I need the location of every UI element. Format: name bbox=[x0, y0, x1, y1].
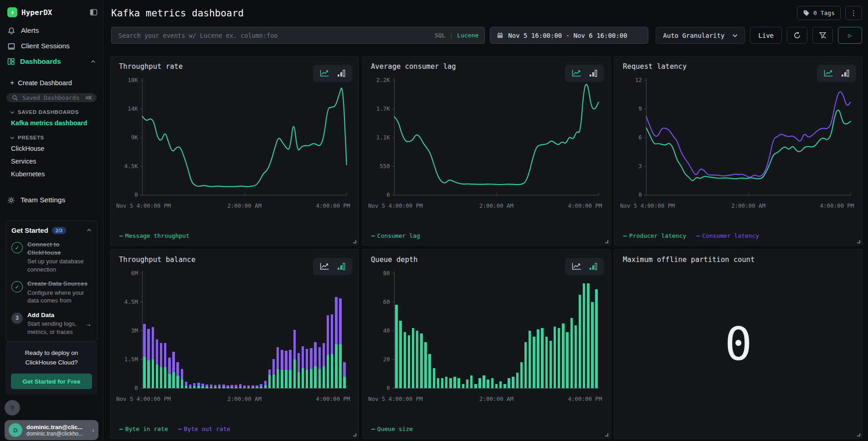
chart-legend: —Producer latency—Consumer latency bbox=[623, 232, 759, 239]
chart-title: Throughput balance bbox=[119, 256, 195, 264]
team-settings-label: Team Settings bbox=[21, 196, 65, 204]
saved-dashboards-search[interactable]: ⌘K bbox=[6, 93, 97, 102]
resize-handle[interactable] bbox=[857, 433, 860, 436]
svg-text:0: 0 bbox=[386, 385, 390, 391]
sidebar-item-alerts[interactable]: Alerts bbox=[0, 23, 103, 38]
get-started-step-3[interactable]: 3 Add Data Start sending logs, metrics, … bbox=[11, 311, 92, 336]
live-button[interactable]: Live bbox=[750, 27, 782, 44]
user-menu[interactable]: D dominic.tran@clic... dominic.tran@clic… bbox=[5, 420, 98, 440]
svg-text:3M: 3M bbox=[131, 327, 138, 334]
line-chart-icon[interactable] bbox=[571, 262, 581, 271]
step-desc: Set up your database connection bbox=[27, 257, 92, 273]
date-range-picker[interactable]: Nov 5 16:00:00 - Nov 6 16:00:00 bbox=[490, 27, 648, 44]
chart-title: Queue depth bbox=[371, 256, 418, 264]
sidebar-item-label: Dashboards bbox=[20, 57, 61, 66]
line-chart-icon[interactable] bbox=[319, 262, 329, 271]
event-search-input[interactable] bbox=[118, 31, 430, 40]
legend-item[interactable]: —Message throughput bbox=[119, 232, 190, 239]
legend-item[interactable]: —Consumer latency bbox=[696, 232, 759, 239]
line-chart-icon[interactable] bbox=[319, 69, 329, 77]
chart-title: Request latency bbox=[623, 62, 687, 71]
line-chart-icon[interactable] bbox=[571, 69, 581, 77]
chart-plot[interactable]: 806040200Nov 5 4:00:00 PM2:00:00 AM4:00:… bbox=[367, 268, 606, 412]
lucene-mode-toggle[interactable]: Lucene bbox=[457, 32, 478, 39]
bar-chart-icon[interactable] bbox=[337, 69, 346, 77]
sidebar-item-services[interactable]: Services bbox=[0, 155, 103, 168]
refresh-button[interactable] bbox=[787, 27, 807, 44]
svg-text:4:00:00 PM: 4:00:00 PM bbox=[568, 202, 602, 209]
more-menu-button[interactable]: ⋮ bbox=[845, 6, 862, 20]
sidebar-item-team-settings[interactable]: Team Settings bbox=[0, 191, 103, 209]
kebab-menu-icon: ⋮ bbox=[850, 9, 857, 17]
resize-handle[interactable] bbox=[605, 433, 608, 436]
chart-panel-max-offline-partition-count: Maximum offline partition count0 bbox=[614, 249, 863, 439]
chart-plot[interactable]: 18K14K9K4.5K0Nov 5 4:00:00 PM2:00:00 AM4… bbox=[115, 75, 354, 219]
svg-text:40: 40 bbox=[383, 327, 390, 334]
plus-icon: + bbox=[10, 79, 14, 87]
sidebar-item-clickhouse[interactable]: ClickHouse bbox=[0, 142, 103, 155]
bell-icon bbox=[7, 27, 15, 35]
resize-handle[interactable] bbox=[353, 433, 356, 436]
section-saved-dashboards[interactable]: SAVED DASHBOARDS bbox=[0, 104, 103, 117]
section-presets[interactable]: PRESETS bbox=[0, 129, 103, 142]
svg-text:14K: 14K bbox=[128, 105, 138, 112]
chart-title: Average consumer lag bbox=[371, 62, 456, 71]
step-title: Connect to ClickHouse bbox=[27, 241, 92, 256]
get-started-free-button[interactable]: Get Started for Free bbox=[11, 374, 92, 389]
legend-item[interactable]: —Byte in rate bbox=[119, 426, 168, 432]
chevron-up-icon[interactable] bbox=[87, 229, 92, 232]
resize-handle[interactable] bbox=[605, 240, 608, 243]
search-icon bbox=[12, 95, 18, 101]
legend-item[interactable]: —Queue size bbox=[371, 426, 413, 432]
legend-dash: — bbox=[623, 232, 627, 239]
chart-panel-queue-depth: Queue depth806040200Nov 5 4:00:00 PM2:00… bbox=[362, 249, 611, 439]
legend-dash: — bbox=[119, 232, 123, 239]
chart-plot[interactable]: 2.2K1.7K1.1K5500Nov 5 4:00:00 PM2:00:00 … bbox=[367, 75, 606, 219]
run-query-button[interactable]: ▷ bbox=[838, 27, 862, 44]
help-button[interactable]: ? bbox=[5, 400, 20, 415]
resize-handle[interactable] bbox=[353, 240, 356, 243]
hyperdx-logo-icon bbox=[7, 7, 17, 17]
sidebar-item-kafka-dashboard[interactable]: Kafka metrics dashboard bbox=[0, 117, 103, 129]
chart-plot[interactable]: 6M4.5M3M1.5M0Nov 5 4:00:00 PM2:00:00 AM4… bbox=[115, 268, 354, 412]
chart-legend: —Queue size bbox=[371, 426, 413, 432]
sidebar-item-kubernetes[interactable]: Kubernetes bbox=[0, 168, 103, 180]
create-dashboard-button[interactable]: + Create Dashboard bbox=[0, 73, 103, 89]
page-title: Kafka metrics dashboard bbox=[111, 8, 244, 19]
legend-dash: — bbox=[371, 232, 375, 239]
chart-type-toggle bbox=[565, 65, 604, 82]
get-started-step-1[interactable]: ✓ Connect to ClickHouse Set up your data… bbox=[11, 241, 92, 273]
granularity-select[interactable]: Auto Granularity bbox=[656, 27, 745, 44]
resize-handle[interactable] bbox=[857, 240, 860, 243]
sidebar-collapse-icon[interactable] bbox=[90, 9, 98, 16]
step-desc: Configure where your data comes from bbox=[27, 289, 92, 305]
bar-chart-icon[interactable] bbox=[589, 262, 598, 271]
svg-text:4:00:00 PM: 4:00:00 PM bbox=[568, 395, 602, 402]
tag-icon bbox=[803, 10, 810, 16]
svg-text:0: 0 bbox=[134, 191, 138, 198]
legend-item[interactable]: —Consumer lag bbox=[371, 232, 420, 239]
event-search[interactable]: SQL | Lucene bbox=[111, 27, 485, 44]
cloud-promo-text: Ready to deploy on ClickHouse Cloud? bbox=[11, 349, 92, 368]
dashboard-header: Kafka metrics dashboard 0 Tags ⋮ bbox=[103, 0, 868, 22]
legend-item[interactable]: —Producer latency bbox=[623, 232, 686, 239]
get-started-step-2[interactable]: ✓ Create Data Sources Configure where yo… bbox=[11, 280, 92, 305]
sidebar-item-dashboards[interactable]: Dashboards bbox=[0, 54, 103, 69]
tags-button[interactable]: 0 Tags bbox=[797, 6, 841, 20]
get-started-card: Get Started 2/3 ✓ Connect to ClickHouse … bbox=[5, 220, 98, 342]
saved-dashboards-search-input[interactable] bbox=[21, 94, 82, 102]
chart-type-toggle bbox=[313, 65, 352, 82]
chart-type-toggle bbox=[817, 65, 856, 82]
sidebar-item-client-sessions[interactable]: Client Sessions bbox=[0, 38, 103, 54]
line-chart-icon[interactable] bbox=[823, 69, 833, 77]
filter-button[interactable] bbox=[812, 27, 833, 44]
sql-mode-toggle[interactable]: SQL bbox=[435, 32, 445, 39]
chart-plot[interactable]: 129630Nov 5 4:00:00 PM2:00:00 AM4:00:00 … bbox=[619, 75, 858, 219]
bar-chart-icon[interactable] bbox=[841, 69, 850, 77]
bar-chart-icon[interactable] bbox=[589, 69, 598, 77]
tags-label: 0 Tags bbox=[813, 10, 835, 16]
granularity-value: Auto Granularity bbox=[663, 32, 724, 39]
legend-item[interactable]: —Byte out rate bbox=[178, 426, 231, 432]
chevron-down-icon bbox=[10, 136, 15, 139]
bar-chart-icon[interactable] bbox=[337, 262, 346, 271]
